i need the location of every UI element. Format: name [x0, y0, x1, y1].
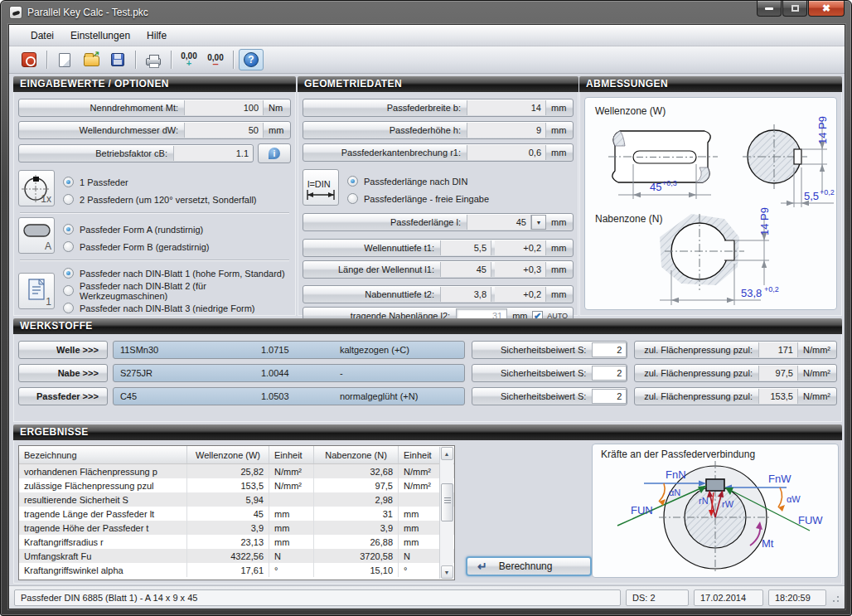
dim-nabe-durchmesser: 53,8 [741, 287, 762, 299]
wellennuttiefe-tolerance: +0,2 [495, 240, 546, 255]
radio-form-a[interactable]: Passfeder Form A (rundstirnig) [63, 221, 291, 238]
col-header[interactable]: Bezeichnung [19, 446, 187, 463]
field-label: Betriebsfaktor cB: [19, 148, 173, 158]
field-wellendurchmesser: Wellendurchmesser dW: 50 mm [18, 121, 291, 139]
help-button[interactable]: ? [239, 49, 264, 70]
field-nenndrehmoment: Nenndrehmoment Mt: 100 Nm [18, 99, 291, 117]
decimals-increase-button[interactable]: 0,00+ [177, 49, 201, 70]
radio-laenge-din[interactable]: Passfederlänge nach DIN [347, 172, 574, 190]
info-button[interactable]: i [258, 143, 291, 163]
panel-ergebnisse: ERGEBNISSE Bezeichnung Wellenzone (W) Ei… [13, 424, 842, 584]
radio-laenge-frei[interactable]: Passfederlänge - freie Eingabe [347, 190, 574, 207]
table-row: Kraftangriffsradius r23,13mm26,88mm [19, 535, 454, 549]
radio-2-passfedern[interactable]: 2 Passfedern (um 120° versetzt, Sonderfa… [63, 191, 291, 208]
table-row: vorhandenen Flächenpressung p25,82N/mm²3… [19, 464, 454, 478]
radio-label: Passfeder Form B (geradstirnig) [80, 242, 210, 252]
wellennuttiefe-value: 5,5 [440, 240, 491, 255]
din-blatt-icon: 1 [18, 273, 55, 309]
toolbar: 0,00+ 0,00– ? [9, 46, 845, 74]
exit-icon [22, 52, 36, 67]
field-label: zul. Flächenpressung pzul: [635, 391, 758, 401]
menu-einstellungen[interactable]: Einstellungen [62, 27, 138, 45]
kantenbrechung-value: 0,6 [467, 145, 546, 160]
passfeder-sicherheitsbeiwert-row: Sicherheitsbeiwert S: 2 [472, 387, 627, 405]
col-header[interactable]: Nabenzone (N) [314, 446, 399, 463]
exit-button[interactable] [17, 49, 41, 70]
close-button[interactable]: ✖ [808, 1, 845, 17]
new-file-button[interactable] [52, 49, 77, 70]
menu-datei[interactable]: Datei [22, 27, 62, 45]
label-alpha-w: αW [787, 494, 801, 504]
passfederlaenge-value[interactable]: 45 [467, 215, 531, 230]
field-label: zul. Flächenpressung pzul: [635, 345, 758, 355]
app-icon [9, 6, 22, 19]
radio-icon [347, 176, 358, 187]
status-text: Passfeder DIN 6885 (Blatt 1) - A 14 x 9 … [14, 589, 621, 606]
material-treatment: - [333, 368, 465, 378]
radio-icon [63, 268, 74, 279]
radio-label: Passfeder Form A (rundstirnig) [80, 225, 203, 235]
field-unit: mm [546, 103, 573, 113]
passfeder-pressung-value: 153,5 [758, 389, 798, 404]
welle-material-button[interactable]: Welle >>> [18, 341, 108, 359]
table-scrollbar[interactable]: ▲ ▼ [439, 447, 453, 579]
welle-pressung-value: 171 [758, 342, 798, 357]
col-header[interactable]: Einheit [269, 446, 314, 463]
col-header[interactable]: Einheit [399, 446, 437, 463]
label-fnw: FnW [768, 473, 791, 485]
new-file-icon [59, 53, 70, 67]
info-icon: i [269, 148, 280, 159]
minimize-icon [765, 7, 773, 10]
berechnung-button[interactable]: ↵ Berechnung [466, 556, 592, 576]
label-mt: Mt [762, 537, 774, 550]
nenndrehmoment-input[interactable]: 100 [184, 100, 264, 115]
decimals-minus-icon: 0,00– [207, 55, 223, 65]
welle-sicherheitsbeiwert-input[interactable]: 2 [592, 342, 627, 357]
label-alpha-n: αN [669, 487, 680, 497]
svg-text:l=DIN: l=DIN [307, 179, 331, 189]
label-r-w: rW [722, 499, 734, 509]
label-fnn: FnN [666, 468, 686, 481]
minimize-button[interactable] [757, 1, 782, 17]
nabe-material-button[interactable]: Nabe >>> [18, 364, 108, 382]
betriebsfaktor-input[interactable]: 1.1 [173, 146, 253, 161]
wellenzone-label: Wellenzone (W) [595, 105, 666, 117]
radio-din-blatt-3[interactable]: Passfeder nach DIN-Blatt 3 (niedrige For… [63, 299, 291, 317]
menu-hilfe[interactable]: Hilfe [138, 27, 175, 45]
field-unit: N/mm² [798, 391, 836, 401]
table-row: zulässige Flächenpressung pzul153,5N/mm²… [19, 478, 454, 492]
radio-1-passfeder[interactable]: 1 Passfeder [63, 173, 291, 191]
print-button[interactable] [141, 49, 166, 70]
field-label: Sicherheitsbeiwert S: [472, 368, 592, 378]
wellendurchmesser-input[interactable]: 50 [184, 123, 264, 138]
col-header[interactable]: Wellenzone (W) [187, 446, 269, 463]
radio-form-b[interactable]: Passfeder Form B (geradstirnig) [63, 238, 291, 255]
passfeder-material-button[interactable]: Passfeder >>> [18, 387, 108, 405]
decimals-decrease-button[interactable]: 0,00– [203, 49, 228, 70]
title-bar[interactable]: Parallel Key Calc - Test.pkc ✖ [1, 1, 851, 24]
field-unit: mm [546, 264, 573, 274]
material-number: 1.0503 [254, 391, 333, 401]
open-file-button[interactable] [79, 49, 104, 70]
passfeder-pressung-row: zul. Flächenpressung pzul: 153,5 N/mm² [634, 387, 837, 405]
scroll-up-icon[interactable]: ▲ [441, 447, 453, 460]
passfeder-sicherheitsbeiwert-input[interactable]: 2 [592, 389, 627, 404]
radio-label: Passfeder nach DIN-Blatt 1 (hohe Form, S… [80, 269, 285, 279]
nabe-sicherheitsbeiwert-row: Sicherheitsbeiwert S: 2 [472, 364, 627, 382]
nabe-sicherheitsbeiwert-input[interactable]: 2 [592, 366, 627, 381]
results-table: Bezeichnung Wellenzone (W) Einheit Naben… [18, 445, 455, 580]
panel-eingabewerte: EINGABEWERTE / OPTIONEN Nenndrehmoment M… [13, 76, 296, 316]
scroll-down-icon[interactable]: ▼ [441, 565, 453, 579]
results-table-body: vorhandenen Flächenpressung p25,82N/mm²3… [19, 464, 454, 577]
radio-din-blatt-1[interactable]: Passfeder nach DIN-Blatt 1 (hohe Form, S… [63, 264, 291, 282]
field-label: Sicherheitsbeiwert S: [472, 345, 592, 355]
material-treatment: normalgeglüht (+N) [333, 391, 465, 401]
scroll-thumb[interactable] [441, 483, 453, 521]
save-button[interactable] [105, 49, 130, 70]
maximize-button[interactable] [782, 1, 807, 17]
radio-icon [63, 194, 74, 205]
resize-grip[interactable] [830, 593, 840, 603]
radio-din-blatt-2[interactable]: Passfeder nach DIN-Blatt 2 (für Werkzeug… [63, 282, 291, 299]
passfederlaenge-dropdown-button[interactable]: ▼ [531, 215, 546, 230]
field-label: Länge der Wellennut l1: [303, 264, 440, 274]
